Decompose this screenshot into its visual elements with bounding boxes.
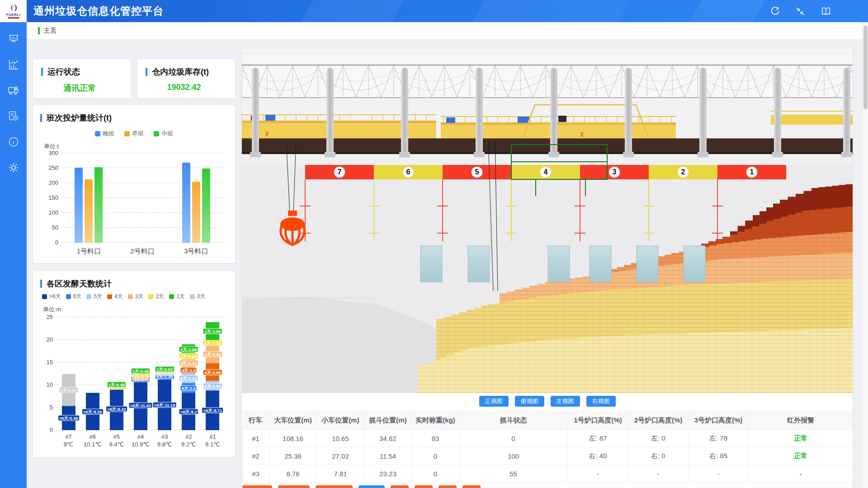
sidebar-item-settings[interactable] bbox=[6, 161, 21, 174]
shift-chart-legend: 晚班早班中班 bbox=[33, 130, 235, 138]
table-cell: 10.65 bbox=[317, 430, 364, 447]
bar-chart-icon bbox=[8, 59, 19, 70]
segment-label: 4天:3.95 bbox=[203, 369, 222, 375]
table-row: #38.767.8123.23055---- bbox=[242, 465, 853, 483]
segment->6天: >6天:9.42 bbox=[110, 388, 123, 430]
legend-label: 0天 bbox=[197, 293, 206, 300]
legend-label: 中班 bbox=[161, 130, 173, 138]
sidebar-item-dashboard[interactable] bbox=[6, 33, 21, 45]
legend-item-1天[interactable]: 1天 bbox=[169, 293, 185, 300]
segment-2天: 2天:0.98 bbox=[182, 354, 195, 358]
segment-5天: 5天:2.23 bbox=[182, 373, 195, 383]
table-cell: #1 bbox=[242, 430, 269, 447]
segment-3天: 3天:1.97 bbox=[182, 358, 195, 367]
presentation-board-icon bbox=[8, 33, 19, 45]
breadcrumb[interactable]: 主页 bbox=[27, 22, 868, 40]
scene-text: 2 bbox=[681, 168, 685, 176]
bar-groups: >6天:5.380天:6.92>6天:8.26>6天:9.422天:0.431天… bbox=[57, 317, 225, 430]
legend-label: 4天 bbox=[114, 293, 123, 300]
table-cell: - bbox=[749, 465, 853, 483]
title-accent bbox=[40, 114, 42, 122]
segment-label: >6天:11.19 bbox=[153, 402, 177, 408]
table-row: #1108.1610.6534.62830左: 87左: 0左: 78正常 bbox=[242, 430, 853, 447]
unit-label: 单位:m bbox=[43, 305, 61, 314]
sidebar-item-statistics[interactable] bbox=[6, 58, 21, 71]
footer-action-button[interactable] bbox=[462, 485, 481, 488]
info-icon bbox=[8, 136, 19, 148]
footer-action-button[interactable] bbox=[391, 485, 409, 488]
legend-label: 2天 bbox=[156, 293, 164, 300]
segment-label: >6天:9.42 bbox=[106, 406, 127, 412]
scene-text: 5 bbox=[475, 168, 479, 176]
bar-中班 bbox=[94, 167, 103, 243]
view-button-左视图[interactable]: 左视图 bbox=[551, 396, 580, 407]
footer-action-button[interactable] bbox=[439, 485, 457, 488]
table-header-row: 行车大车位置(m)小车位置(m)抓斗位置(m)实时称重(kg)抓斗状态1号炉口高… bbox=[242, 412, 853, 430]
sidebar-item-about[interactable] bbox=[6, 136, 21, 148]
view-button-正视图[interactable]: 正视图 bbox=[479, 396, 509, 407]
table-cell: - bbox=[689, 465, 749, 483]
segment-label: 1天:0.46 bbox=[131, 368, 150, 374]
sidebar-item-vehicle-monitor[interactable] bbox=[6, 84, 21, 97]
table-cell: 23.23 bbox=[364, 465, 412, 483]
footer-action-button[interactable] bbox=[278, 485, 310, 488]
segment-4天: 4天:3.95 bbox=[206, 363, 219, 381]
fermentation-chart-legend: >6天6天5天4天3天2天1天0天 bbox=[42, 293, 206, 300]
gear-icon bbox=[8, 162, 19, 174]
bar-group: >6天:8.26 bbox=[80, 317, 104, 430]
stacked-bar-#7: >6天:5.380天:6.92 bbox=[62, 374, 75, 430]
refresh-icon[interactable] bbox=[769, 6, 779, 16]
warehouse-3d-view[interactable]: 327654321 bbox=[242, 47, 853, 393]
legend-item-6天[interactable]: 6天 bbox=[66, 293, 82, 300]
legend-item-晚班[interactable]: 晚班 bbox=[95, 130, 114, 138]
legend-item-5天[interactable]: 5天 bbox=[86, 293, 102, 300]
segment-label: 5天:2.04 bbox=[203, 383, 222, 389]
crane-status-table: 行车大车位置(m)小车位置(m)抓斗位置(m)实时称重(kg)抓斗状态1号炉口高… bbox=[242, 411, 853, 483]
table-cell: 0 bbox=[412, 465, 459, 483]
logo-rule bbox=[8, 17, 19, 19]
manual-book-icon[interactable] bbox=[821, 6, 831, 16]
x-axis-label: #39.8℃ bbox=[153, 433, 177, 448]
view-button-俯视图[interactable]: 俯视图 bbox=[515, 396, 544, 407]
footer-action-button[interactable] bbox=[242, 485, 272, 488]
table-row: #225.3827.0211.540100右: 40右: 0右: 85正常 bbox=[242, 447, 853, 465]
bar-早班 bbox=[85, 179, 93, 243]
footer-action-button[interactable] bbox=[359, 485, 385, 488]
title-accent bbox=[146, 68, 147, 76]
legend-label: 1天 bbox=[176, 293, 185, 300]
page-scrollbar[interactable] bbox=[862, 22, 868, 488]
table-cell: 正常 bbox=[749, 447, 853, 465]
legend-swatch bbox=[42, 294, 47, 299]
segment-5天: 5天:2.04 bbox=[206, 381, 219, 390]
column-header: 1号炉口高度(%) bbox=[568, 412, 628, 430]
table-cell: - bbox=[568, 465, 628, 483]
shift-chart-xaxis: 1号料口2号料口3号料口 bbox=[62, 247, 223, 255]
x-axis-label: 3号料口 bbox=[169, 247, 223, 255]
footer-action-button[interactable] bbox=[415, 485, 433, 488]
segment-label: >6天:8.71 bbox=[202, 408, 223, 413]
table-cell: 右: 85 bbox=[689, 447, 749, 465]
bar-group bbox=[62, 153, 116, 243]
legend-item-2天[interactable]: 2天 bbox=[148, 293, 164, 300]
table-cell: 108.16 bbox=[269, 430, 317, 447]
segment-3天: 3天:3.89 bbox=[206, 346, 219, 363]
legend-item-中班[interactable]: 中班 bbox=[154, 130, 173, 138]
legend-swatch bbox=[124, 131, 130, 136]
legend-item-早班[interactable]: 早班 bbox=[124, 130, 144, 138]
segment-label: 1天:2.09 bbox=[179, 346, 198, 352]
footer-action-button[interactable] bbox=[316, 485, 353, 488]
x-axis-label: #410.9℃ bbox=[128, 433, 152, 448]
segment-label: >6天:5.38 bbox=[58, 415, 80, 421]
scrollbar-thumb[interactable] bbox=[863, 26, 868, 109]
exit-fullscreen-icon[interactable] bbox=[796, 7, 805, 16]
table-cell: 左: 78 bbox=[689, 430, 749, 447]
page-title: 通州垃圾仓信息化管控平台 bbox=[33, 0, 164, 22]
sidebar-item-reports[interactable] bbox=[6, 110, 21, 122]
legend-item-3天[interactable]: 3天 bbox=[128, 293, 144, 300]
table-cell: 8.76 bbox=[269, 465, 317, 483]
column-header: 抓斗位置(m) bbox=[364, 412, 412, 430]
view-button-右视图[interactable]: 右视图 bbox=[586, 396, 616, 407]
legend-item-4天[interactable]: 4天 bbox=[107, 293, 123, 300]
legend-item->6天[interactable]: >6天 bbox=[42, 293, 61, 300]
legend-item-0天[interactable]: 0天 bbox=[190, 293, 206, 300]
